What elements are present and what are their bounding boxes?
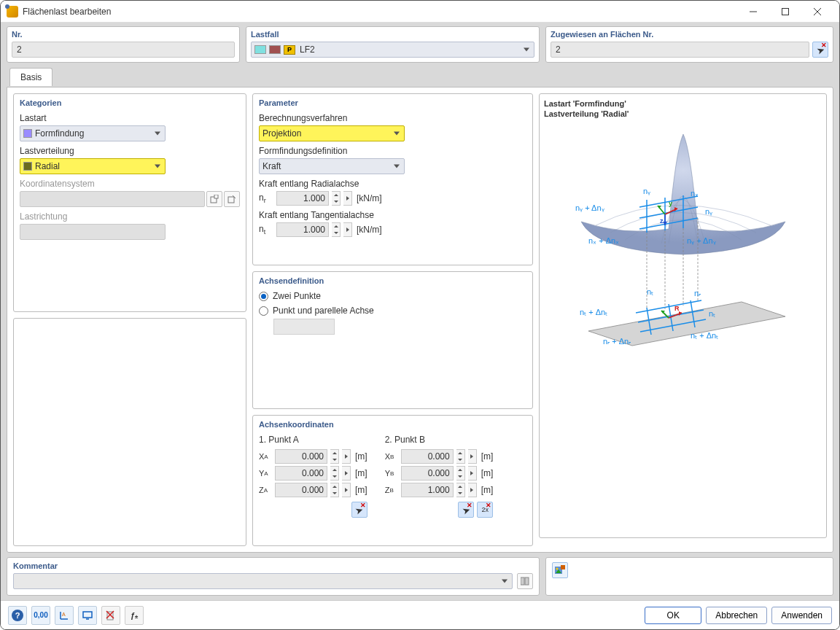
clear-x-icon: ✕ bbox=[821, 42, 827, 49]
point-b-group: 2. Punkt B XB 0.000 [m] YB 0.000 bbox=[385, 435, 494, 518]
new-coord-icon bbox=[210, 195, 219, 203]
point-a-label: 1. Punkt A bbox=[259, 435, 368, 445]
pick-point-b-button[interactable]: ➤✕ bbox=[458, 502, 474, 518]
svg-text:nₜ: nₜ bbox=[709, 309, 715, 318]
lastfall-combo[interactable]: P LF2 bbox=[251, 42, 534, 58]
ok-button[interactable]: OK bbox=[645, 607, 701, 624]
radial-value-input[interactable]: 1.000 bbox=[276, 191, 329, 206]
pick-surfaces-button[interactable]: ➤✕ bbox=[812, 42, 828, 58]
pick-2x-button[interactable]: 2x✕ bbox=[477, 502, 493, 518]
yb-label: YB bbox=[385, 469, 398, 478]
xb-unit: [m] bbox=[481, 451, 494, 462]
left-column: Kategorien Lastart Formfindung Lastverte… bbox=[13, 93, 246, 546]
radial-spinner[interactable] bbox=[332, 191, 341, 206]
tangential-go-button[interactable] bbox=[343, 222, 352, 237]
assigned-title: Zugewiesen an Flächen Nr. bbox=[551, 30, 828, 39]
yb-input[interactable]: 0.000 bbox=[401, 466, 454, 481]
comment-row: Kommentar bbox=[7, 557, 833, 596]
point-a-group: 1. Punkt A XA 0.000 [m] YA 0.000 bbox=[259, 435, 368, 518]
tangential-spinner[interactable] bbox=[332, 222, 341, 237]
nr-title: Nr. bbox=[12, 30, 235, 39]
pick-point-a-button[interactable]: ➤✕ bbox=[351, 502, 368, 518]
xb-label: XB bbox=[385, 452, 398, 461]
coordsys-btn1[interactable] bbox=[206, 191, 222, 207]
lastverteilung-combo[interactable]: Radial bbox=[20, 158, 166, 174]
radio-two-points-label: Zwei Punkte bbox=[273, 291, 321, 301]
radio-two-points-btn[interactable] bbox=[259, 292, 268, 301]
za-go[interactable] bbox=[342, 483, 351, 497]
edit-coord-icon bbox=[228, 195, 236, 203]
yb-spinner[interactable] bbox=[456, 466, 465, 481]
radio-parallel-axis[interactable]: Punkt und parellele Achse bbox=[259, 306, 526, 316]
radio-two-points[interactable]: Zwei Punkte bbox=[259, 291, 526, 301]
comment-combo[interactable] bbox=[13, 573, 513, 589]
zb-input[interactable]: 1.000 bbox=[401, 483, 454, 497]
delete-button[interactable] bbox=[101, 606, 120, 625]
yb-go[interactable] bbox=[468, 466, 477, 481]
calc-method-combo[interactable]: Projektion bbox=[259, 125, 405, 141]
minimize-button[interactable] bbox=[737, 1, 769, 22]
nr-field[interactable]: 2 bbox=[12, 42, 235, 58]
zb-spinner[interactable] bbox=[456, 483, 465, 497]
radial-go-button[interactable] bbox=[343, 191, 352, 206]
help-button[interactable]: ? bbox=[8, 606, 27, 625]
units-button[interactable]: 0,00 bbox=[31, 606, 50, 625]
calc-method-value: Projektion bbox=[262, 128, 301, 139]
preview-panel: Lastart 'Formfindung' Lastverteilung 'Ra… bbox=[539, 93, 827, 538]
comment-library-button[interactable] bbox=[517, 573, 533, 589]
xb-input[interactable]: 0.000 bbox=[401, 449, 454, 464]
function-button[interactable]: ƒ± bbox=[125, 606, 144, 625]
radio-parallel-axis-btn[interactable] bbox=[259, 306, 268, 316]
close-button[interactable] bbox=[801, 1, 833, 22]
axiscoord-section: Achsenkoordinaten 1. Punkt A XA 0.000 [m… bbox=[252, 415, 533, 546]
za-input[interactable]: 0.000 bbox=[275, 483, 327, 497]
za-spinner[interactable] bbox=[330, 483, 339, 497]
ffdef-label: Formfindungsdefinition bbox=[259, 146, 526, 156]
parallel-axis-placeholder bbox=[273, 319, 335, 335]
xa-spinner[interactable] bbox=[330, 449, 339, 464]
svg-text:z: z bbox=[660, 217, 664, 225]
lastrichtung-field bbox=[20, 224, 166, 240]
assigned-panel: Zugewiesen an Flächen Nr. 2 ➤✕ bbox=[545, 26, 833, 63]
radio-parallel-axis-label: Punkt und parellele Achse bbox=[273, 306, 374, 316]
lastart-combo[interactable]: Formfindung bbox=[20, 125, 166, 141]
xa-input[interactable]: 0.000 bbox=[275, 449, 327, 464]
content-area: Nr. 2 Lastfall P LF2 Zugewiesen an Fläch… bbox=[1, 23, 839, 600]
header-row: Nr. 2 Lastfall P LF2 Zugewiesen an Fläch… bbox=[7, 26, 833, 63]
lastart-value: Formfindung bbox=[35, 128, 84, 139]
xa-go[interactable] bbox=[342, 449, 351, 464]
lastfall-panel: Lastfall P LF2 bbox=[246, 26, 540, 63]
ya-input[interactable]: 0.000 bbox=[275, 466, 327, 481]
svg-rect-50 bbox=[521, 578, 524, 585]
yb-unit: [m] bbox=[481, 468, 494, 478]
svg-rect-1 bbox=[782, 8, 789, 15]
help-icon: ? bbox=[12, 610, 23, 621]
axes-button[interactable]: A bbox=[55, 606, 74, 625]
coordsys-btn2[interactable] bbox=[224, 191, 240, 207]
tangential-symbol: nt bbox=[259, 224, 273, 236]
axisdef-section: Achsendefinition Zwei Punkte Punkt und p… bbox=[252, 271, 533, 409]
apply-button[interactable]: Anwenden bbox=[771, 607, 832, 624]
maximize-button[interactable] bbox=[769, 1, 801, 22]
export-image-button[interactable] bbox=[552, 562, 568, 578]
ya-spinner[interactable] bbox=[330, 466, 339, 481]
svg-text:nₓ: nₓ bbox=[691, 189, 699, 198]
xa-label: XA bbox=[259, 452, 272, 461]
cancel-button[interactable]: Abbrechen bbox=[706, 607, 767, 624]
tab-basis[interactable]: Basis bbox=[9, 68, 52, 86]
svg-text:nₜ: nₜ bbox=[647, 287, 653, 296]
assigned-field[interactable]: 2 bbox=[551, 42, 809, 58]
xb-go[interactable] bbox=[468, 449, 477, 464]
footer: ? 0,00 A ƒ± OK Abbrechen Anwenden bbox=[1, 600, 839, 629]
function-icon: ƒ± bbox=[131, 611, 139, 620]
ya-go[interactable] bbox=[342, 466, 351, 481]
view-button[interactable] bbox=[78, 606, 97, 625]
svg-text:nᵧ + Δnᵧ: nᵧ + Δnᵧ bbox=[687, 236, 716, 245]
zb-go[interactable] bbox=[468, 483, 477, 497]
ffdef-combo[interactable]: Kraft bbox=[259, 158, 405, 174]
tangential-value-input[interactable]: 1.000 bbox=[276, 222, 329, 237]
ya-unit: [m] bbox=[355, 468, 368, 478]
xb-spinner[interactable] bbox=[456, 449, 465, 464]
ffdef-value: Kraft bbox=[262, 161, 281, 171]
parameter-title: Parameter bbox=[259, 98, 526, 107]
